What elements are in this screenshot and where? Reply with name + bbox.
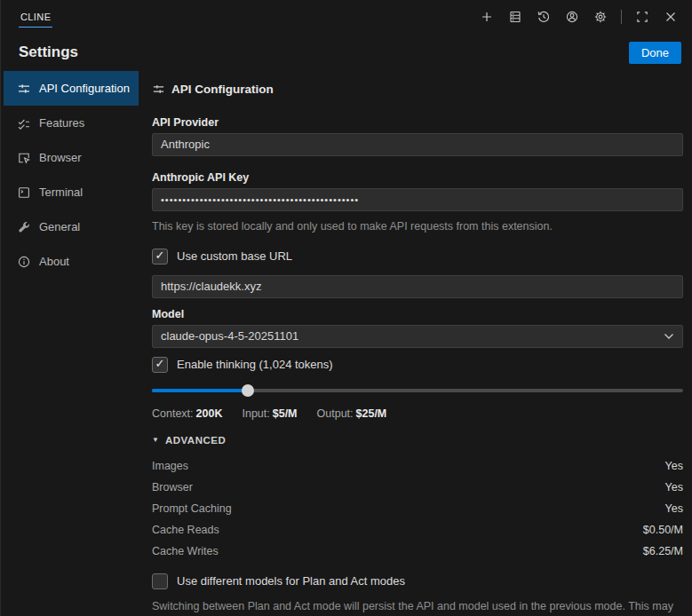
section-header: API Configuration: [152, 83, 683, 96]
checklist-icon: [17, 116, 31, 130]
checkmark-icon: ✓: [155, 249, 165, 261]
custom-base-url-value: https://claudekk.xyz: [161, 276, 261, 297]
row-label: Images: [152, 460, 188, 472]
sidebar-item-api-configuration[interactable]: API Configuration: [4, 71, 139, 106]
new-task-icon[interactable]: [475, 6, 498, 28]
slider-fill: [152, 389, 248, 392]
sidebar-item-about[interactable]: About: [4, 244, 139, 279]
top-tab-bar: CLINE: [1, 0, 692, 34]
api-provider-value: Anthropic: [161, 134, 210, 155]
table-row: Cache Reads $0.50/M: [152, 519, 683, 541]
input-price-stat: Input:$5/M: [242, 407, 297, 420]
model-stats: Context:200K Input:$5/M Output:$25/M: [152, 407, 683, 420]
checkbox-unchecked[interactable]: [152, 573, 168, 589]
cline-settings-window: CLINE: [1, 0, 692, 616]
sidebar-item-browser[interactable]: Browser: [4, 140, 139, 175]
table-row: Prompt Caching Yes: [152, 498, 683, 519]
row-value: Yes: [665, 502, 683, 515]
model-value: claude-opus-4-5-20251101: [161, 326, 298, 347]
model-label: Model: [152, 308, 683, 320]
table-row: Browser Yes: [152, 477, 683, 498]
sidebar-item-terminal[interactable]: Terminal: [4, 175, 139, 209]
enable-thinking-checkbox-row[interactable]: ✓ Enable thinking (1,024 tokens): [152, 357, 683, 373]
checkmark-icon: ✓: [155, 358, 165, 369]
sidebar-item-label: About: [39, 255, 69, 268]
tab-active-underline: [19, 27, 52, 28]
sliders-icon: [152, 83, 165, 96]
triangle-down-icon: ▼: [152, 436, 159, 444]
api-key-help-text: This key is stored locally and only used…: [152, 218, 683, 235]
row-label: Browser: [152, 481, 193, 494]
row-value: Yes: [665, 481, 683, 494]
api-key-input[interactable]: ••••••••••••••••••••••••••••••••••••••••…: [152, 188, 683, 211]
api-key-masked-value: ••••••••••••••••••••••••••••••••••••••••…: [161, 189, 359, 210]
custom-base-url-checkbox-row[interactable]: ✓ Use custom base URL: [152, 249, 683, 265]
plan-act-models-label: Use different models for Plan and Act mo…: [177, 574, 405, 588]
enable-thinking-label: Enable thinking (1,024 tokens): [177, 358, 333, 371]
plan-act-models-checkbox-row[interactable]: Use different models for Plan and Act mo…: [152, 573, 683, 589]
tab-cline-label: CLINE: [19, 12, 52, 27]
mcp-servers-icon[interactable]: [504, 6, 527, 28]
settings-header: Settings Done: [1, 34, 692, 71]
api-provider-label: API Provider: [152, 116, 683, 129]
row-value: $0.50/M: [643, 524, 683, 536]
page-title: Settings: [19, 43, 78, 61]
topbar-icons: [475, 6, 682, 28]
context-stat: Context:200K: [152, 407, 222, 420]
account-icon[interactable]: [561, 6, 584, 28]
plan-act-description: Switching between Plan and Act mode will…: [152, 598, 683, 616]
row-value: $6.25/M: [643, 545, 683, 557]
api-key-label: Anthropic API Key: [152, 171, 683, 184]
close-icon[interactable]: [659, 6, 682, 28]
row-value: Yes: [665, 460, 683, 472]
sliders-icon: [17, 82, 31, 96]
custom-base-url-input[interactable]: https://claudekk.xyz: [152, 275, 683, 298]
slider-thumb[interactable]: [242, 384, 254, 397]
settings-sidebar: API Configuration Features Browser Termi…: [1, 71, 139, 616]
chevron-down-icon: [664, 333, 674, 340]
sidebar-item-label: Browser: [39, 151, 82, 164]
row-label: Cache Reads: [152, 524, 219, 536]
api-configuration-panel: API Configuration API Provider Anthropic…: [139, 71, 692, 616]
done-button[interactable]: Done: [629, 42, 681, 64]
checkbox-checked[interactable]: ✓: [152, 357, 168, 373]
sidebar-item-label: Terminal: [39, 186, 83, 199]
sidebar-item-features[interactable]: Features: [4, 106, 139, 140]
settings-gear-icon[interactable]: [589, 6, 612, 28]
thinking-budget-slider[interactable]: [152, 384, 683, 397]
sidebar-item-general[interactable]: General: [4, 209, 139, 244]
tab-cline[interactable]: CLINE: [19, 6, 52, 28]
row-label: Prompt Caching: [152, 502, 232, 515]
browser-icon: [17, 151, 31, 165]
row-label: Cache Writes: [152, 545, 219, 557]
table-row: Images Yes: [152, 455, 683, 477]
open-in-editor-icon[interactable]: [631, 6, 654, 28]
info-icon: [17, 255, 31, 269]
sidebar-item-label: Features: [39, 116, 84, 130]
checkbox-checked[interactable]: ✓: [152, 249, 168, 265]
history-icon[interactable]: [532, 6, 555, 28]
capabilities-table: Images Yes Browser Yes Prompt Caching Ye…: [152, 455, 683, 562]
output-price-stat: Output:$25/M: [317, 407, 387, 420]
advanced-section-toggle[interactable]: ▼ ADVANCED: [152, 435, 683, 446]
advanced-label: ADVANCED: [165, 435, 226, 446]
terminal-icon: [17, 186, 31, 200]
section-title: API Configuration: [171, 83, 274, 96]
sidebar-item-label: General: [39, 220, 80, 233]
custom-base-url-label: Use custom base URL: [177, 249, 292, 263]
topbar-divider: [621, 10, 622, 24]
table-row: Cache Writes $6.25/M: [152, 541, 683, 562]
api-provider-select[interactable]: Anthropic: [152, 133, 683, 156]
model-select[interactable]: claude-opus-4-5-20251101: [152, 325, 683, 348]
sidebar-item-label: API Configuration: [39, 82, 130, 95]
wrench-icon: [17, 220, 31, 234]
